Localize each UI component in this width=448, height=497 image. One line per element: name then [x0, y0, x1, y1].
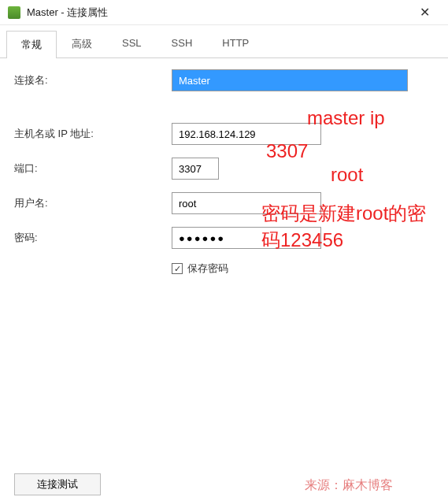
tab-ssh[interactable]: SSH	[157, 30, 208, 57]
app-icon	[8, 6, 20, 19]
annotation-password: 密码是新建root的密码123456	[261, 200, 442, 253]
tab-http[interactable]: HTTP	[207, 30, 264, 57]
titlebar: Master - 连接属性 ✕	[0, 0, 448, 25]
form-area: 连接名: 主机名或 IP 地址: 端口: 用户名: 密码: ✓	[0, 58, 448, 299]
window-title: Master - 连接属性	[27, 6, 409, 20]
port-input[interactable]	[172, 158, 219, 180]
label-port: 端口:	[14, 161, 172, 176]
annotation-host: master ip	[307, 107, 385, 129]
annotation-user: root	[331, 164, 363, 186]
tab-advanced[interactable]: 高级	[57, 30, 107, 57]
checkbox-icon: ✓	[172, 263, 183, 274]
save-password-checkbox[interactable]: ✓ 保存密码	[172, 261, 434, 276]
label-user: 用户名:	[14, 196, 172, 210]
conn-name-input[interactable]	[172, 69, 408, 91]
tab-general[interactable]: 常规	[6, 31, 57, 58]
source-watermark: 来源：麻木博客	[305, 477, 393, 494]
annotation-port: 3307	[266, 140, 308, 162]
save-password-label: 保存密码	[187, 261, 228, 276]
label-host: 主机名或 IP 地址:	[14, 127, 172, 141]
tab-ssl[interactable]: SSL	[107, 30, 157, 57]
tabstrip: 常规 高级 SSL SSH HTTP	[0, 30, 448, 58]
test-connection-button[interactable]: 连接测试	[14, 473, 101, 495]
label-conn-name: 连接名:	[14, 73, 172, 87]
label-password: 密码:	[14, 231, 172, 245]
close-button[interactable]: ✕	[409, 2, 440, 23]
close-icon: ✕	[420, 5, 430, 20]
